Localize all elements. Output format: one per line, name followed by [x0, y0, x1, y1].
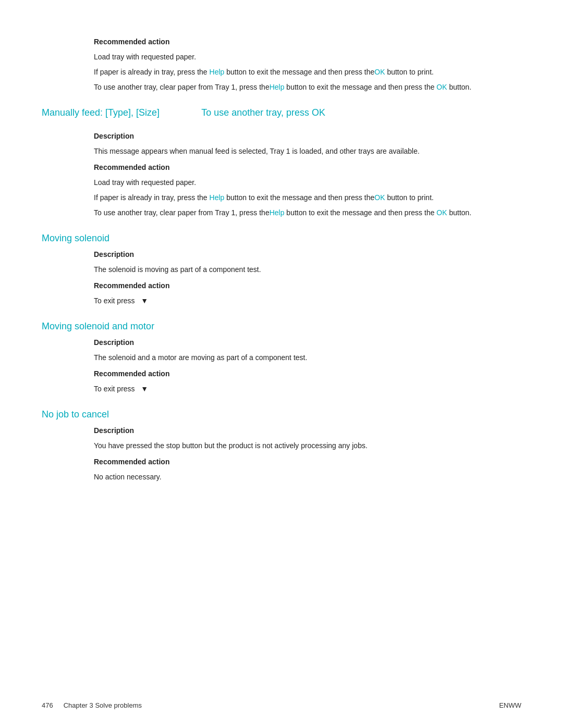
moving-solenoid-desc-label: Description: [94, 249, 521, 260]
manually-feed-heading: Manually feed: [Type], [Size] To use ano…: [42, 107, 521, 126]
footer-page-number: 476: [42, 701, 53, 709]
manually-feed-desc: This message appears when manual feed is…: [94, 146, 521, 157]
moving-solenoid-section: Moving solenoid Description The solenoid…: [42, 233, 521, 306]
footer-right-label: ENWW: [499, 701, 521, 709]
ok-link-3[interactable]: OK: [374, 193, 385, 202]
no-job-cancel-desc-label: Description: [94, 425, 521, 436]
manually-feed-heading-right: To use another tray, press OK: [201, 107, 325, 118]
no-job-cancel-desc: You have pressed the stop button but the…: [94, 440, 521, 451]
moving-solenoid-motor-heading: Moving solenoid and motor: [42, 321, 154, 331]
help-link-1[interactable]: Help: [210, 68, 225, 76]
no-job-cancel-heading: No job to cancel: [42, 409, 109, 419]
footer: 476 Chapter 3 Solve problems ENWW: [42, 701, 521, 709]
intro-section: Recommended action Load tray with reques…: [42, 36, 521, 93]
moving-solenoid-rec-label: Recommended action: [94, 280, 521, 291]
no-job-cancel-section: No job to cancel Description You have pr…: [42, 409, 521, 483]
no-job-cancel-content: Description You have pressed the stop bu…: [42, 425, 521, 483]
help-link-4[interactable]: Help: [270, 208, 285, 217]
intro-if-paper-1: If paper is already in tray, press the H…: [94, 67, 521, 78]
manually-feed-desc-label: Description: [94, 131, 521, 142]
moving-solenoid-desc: The solenoid is moving as part of a comp…: [94, 264, 521, 275]
footer-left: 476 Chapter 3 Solve problems: [42, 701, 142, 709]
footer-chapter: Chapter 3 Solve problems: [64, 701, 142, 709]
moving-solenoid-exit: To exit press ▼: [94, 295, 521, 306]
moving-solenoid-content: Description The solenoid is moving as pa…: [42, 249, 521, 306]
no-job-cancel-action: No action necessary.: [94, 472, 521, 483]
help-link-3[interactable]: Help: [210, 193, 225, 202]
moving-solenoid-motor-desc: The solenoid and a motor are moving as p…: [94, 352, 521, 363]
ok-link-2[interactable]: OK: [436, 83, 447, 91]
intro-another-tray-1: To use another tray, clear paper from Tr…: [94, 82, 521, 93]
intro-recommended-label: Recommended action: [94, 36, 521, 47]
intro-load-tray: Load tray with requested paper.: [94, 52, 521, 63]
moving-solenoid-motor-section: Moving solenoid and motor Description Th…: [42, 321, 521, 394]
moving-solenoid-motor-desc-label: Description: [94, 337, 521, 348]
moving-solenoid-motor-content: Description The solenoid and a motor are…: [42, 337, 521, 394]
moving-solenoid-motor-rec-label: Recommended action: [94, 368, 521, 379]
manually-feed-another-tray: To use another tray, clear paper from Tr…: [94, 207, 521, 218]
help-link-2[interactable]: Help: [270, 83, 285, 91]
no-job-cancel-rec-label: Recommended action: [94, 456, 521, 467]
manually-feed-content: Description This message appears when ma…: [42, 131, 521, 218]
page-content: Recommended action Load tray with reques…: [0, 0, 563, 539]
manually-feed-rec-label: Recommended action: [94, 162, 521, 173]
manually-feed-section: Manually feed: [Type], [Size] To use ano…: [42, 107, 521, 218]
moving-solenoid-heading: Moving solenoid: [42, 233, 109, 243]
manually-feed-load: Load tray with requested paper.: [94, 177, 521, 188]
ok-link-1[interactable]: OK: [374, 68, 385, 76]
manually-feed-heading-left: Manually feed: [Type], [Size]: [42, 107, 160, 118]
ok-link-4[interactable]: OK: [436, 208, 447, 217]
moving-solenoid-motor-exit: To exit press ▼: [94, 384, 521, 394]
manually-feed-if-paper: If paper is already in tray, press the H…: [94, 192, 521, 203]
